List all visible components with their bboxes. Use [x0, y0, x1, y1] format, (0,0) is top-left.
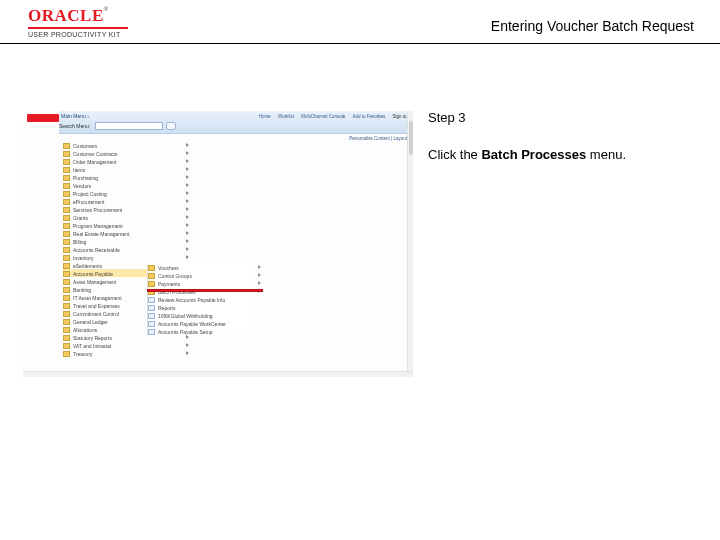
chevron-right-icon	[186, 183, 189, 187]
submenu-item-label: Control Groups	[158, 273, 192, 279]
submenu-item-label: Vouchers	[158, 265, 179, 271]
tree-item-label: General Ledger	[73, 319, 108, 325]
folder-icon	[148, 297, 155, 303]
instruction-bold: Batch Processes	[481, 147, 586, 162]
submenu-item-label: 1099/Global Withholding	[158, 313, 212, 319]
submenu-item-label: Review Accounts Payable Info	[158, 297, 225, 303]
tree-item-label: VAT and Intrastat	[73, 343, 111, 349]
nav-favorites[interactable]: Add to Favorites	[352, 114, 385, 119]
folder-icon	[63, 247, 70, 253]
tree-item-label: Banking	[73, 287, 91, 293]
tree-item-label: Program Management	[73, 223, 123, 229]
content: Main Menu › Home Worklist MultiChannel C…	[22, 110, 698, 378]
submenu-item-label: Accounts Payable WorkCenter	[158, 321, 226, 327]
tree-item[interactable]: Vendors	[63, 181, 183, 189]
tree-item[interactable]: Services Procurement	[63, 205, 183, 213]
tree-item[interactable]: eProcurement	[63, 197, 183, 205]
folder-icon	[63, 151, 70, 157]
tree-item-label: Billing	[73, 239, 86, 245]
folder-icon	[63, 279, 70, 285]
tree-item-label: Customer Contracts	[73, 151, 117, 157]
horizontal-scrollbar[interactable]	[23, 371, 413, 377]
tree-item-label: Travel and Expenses	[73, 303, 120, 309]
tree-item-label: Treasury	[73, 351, 93, 357]
tree-item[interactable]: Program Management	[63, 221, 183, 229]
tree-item[interactable]: Project Costing	[63, 189, 183, 197]
tree-item[interactable]: Accounts Receivable	[63, 245, 183, 253]
tree-item[interactable]: Order Management	[63, 157, 183, 165]
nav-mcc[interactable]: MultiChannel Console	[301, 114, 345, 119]
tree-item-label: Customers	[73, 143, 97, 149]
submenu-item[interactable]: Vouchers	[148, 263, 255, 271]
nav-home[interactable]: Home	[259, 114, 271, 119]
chevron-right-icon	[186, 223, 189, 227]
tree-item[interactable]: Items	[63, 165, 183, 173]
submenu-item-label: Payments	[158, 281, 180, 287]
page-title: Entering Voucher Batch Request	[491, 18, 694, 34]
tree-item-label: Asset Management	[73, 279, 116, 285]
personalize-link[interactable]: Personalize Content | Layout	[349, 136, 407, 141]
tree-item[interactable]: Treasury	[63, 349, 183, 357]
folder-icon	[63, 199, 70, 205]
brand-underline	[28, 27, 128, 29]
folder-icon	[63, 167, 70, 173]
tree-item[interactable]: Billing	[63, 237, 183, 245]
breadcrumb[interactable]: Main Menu ›	[61, 113, 89, 119]
tree-item-label: eProcurement	[73, 199, 104, 205]
submenu-item[interactable]: 1099/Global Withholding	[148, 311, 255, 319]
chevron-right-icon	[258, 265, 261, 269]
submenu-item-label: Reports	[158, 305, 176, 311]
folder-icon	[63, 183, 70, 189]
submenu-item[interactable]: Review Accounts Payable Info	[148, 295, 255, 303]
folder-icon	[63, 295, 70, 301]
folder-icon	[63, 319, 70, 325]
tree-item[interactable]: VAT and Intrastat	[63, 341, 183, 349]
chevron-right-icon	[186, 191, 189, 195]
tree-item[interactable]: Real Estate Management	[63, 229, 183, 237]
page: ORACLE® USER PRODUCTIVITY KIT Entering V…	[0, 0, 720, 540]
chevron-right-icon	[186, 247, 189, 251]
tree-item-label: Real Estate Management	[73, 231, 129, 237]
chevron-right-icon	[186, 199, 189, 203]
highlight-bar[interactable]	[147, 289, 263, 292]
folder-icon	[63, 311, 70, 317]
tree-item-label: Accounts Payable	[73, 271, 113, 277]
chevron-right-icon	[186, 151, 189, 155]
folder-icon	[63, 271, 70, 277]
chevron-right-icon	[186, 343, 189, 347]
submenu-item[interactable]: Reports	[148, 303, 255, 311]
oracle-word: ORACLE	[28, 6, 104, 25]
submenu-item[interactable]: Control Groups	[148, 271, 255, 279]
folder-icon	[148, 305, 155, 311]
tree-item-label: Vendors	[73, 183, 91, 189]
screenshot-column: Main Menu › Home Worklist MultiChannel C…	[22, 110, 418, 378]
search-input[interactable]	[95, 122, 163, 130]
chevron-right-icon	[186, 335, 189, 339]
folder-icon	[63, 303, 70, 309]
folder-icon	[148, 273, 155, 279]
logo-block: ORACLE® USER PRODUCTIVITY KIT	[28, 6, 128, 38]
folder-icon	[63, 351, 70, 357]
tree-item-label: Items	[73, 167, 85, 173]
tree-item[interactable]: Inventory	[63, 253, 183, 261]
chevron-right-icon	[186, 159, 189, 163]
trademark-icon: ®	[104, 6, 108, 12]
nav-worklist[interactable]: Worklist	[278, 114, 294, 119]
submenu-item[interactable]: Accounts Payable Setup	[148, 327, 255, 335]
product-name: USER PRODUCTIVITY KIT	[28, 31, 128, 38]
folder-icon	[63, 255, 70, 261]
folder-icon	[63, 327, 70, 333]
tree-item[interactable]: Customer Contracts	[63, 149, 183, 157]
tree-item[interactable]: Purchasing	[63, 173, 183, 181]
search-go-button[interactable]	[166, 122, 176, 130]
folder-icon	[63, 343, 70, 349]
tree-item[interactable]: Grants	[63, 213, 183, 221]
chevron-right-icon	[186, 207, 189, 211]
submenu-item[interactable]: Accounts Payable WorkCenter	[148, 319, 255, 327]
vertical-scrollbar[interactable]	[407, 111, 413, 377]
submenu-item[interactable]: Payments	[148, 279, 255, 287]
scrollbar-thumb[interactable]	[409, 121, 413, 155]
tree-item[interactable]: Customers	[63, 141, 183, 149]
instruction-text: Click the Batch Processes menu.	[428, 147, 688, 162]
tree-item-label: Statutory Reports	[73, 335, 112, 341]
